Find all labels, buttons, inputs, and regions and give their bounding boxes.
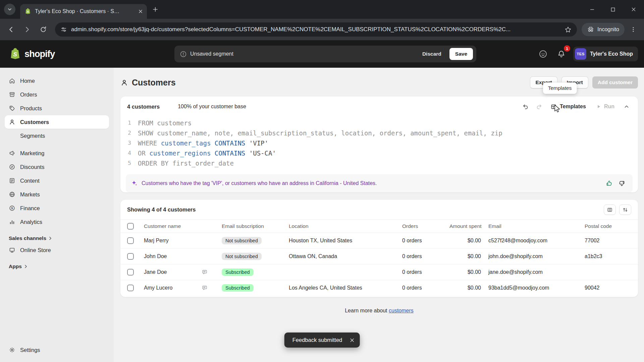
browser-menu-button[interactable] <box>627 23 640 36</box>
notifications-button[interactable]: 1 <box>555 48 567 60</box>
close-icon <box>350 338 354 343</box>
customer-amount-spent: $0.00 <box>447 233 486 249</box>
run-button[interactable]: Run <box>591 101 619 112</box>
row-checkbox[interactable] <box>127 237 134 244</box>
forward-button[interactable] <box>20 22 34 37</box>
sidebar-item-analytics[interactable]: Analytics <box>5 215 109 229</box>
row-checkbox[interactable] <box>127 253 134 260</box>
notification-count-badge: 1 <box>564 45 570 52</box>
sidebar-item-label: Home <box>20 78 35 84</box>
table-row[interactable]: Amy Lucero Subscribed Los Angeles CA, Un… <box>120 280 638 296</box>
window-minimize-button[interactable] <box>582 0 602 19</box>
customer-name: John Doe <box>144 253 167 259</box>
sidebar-item-discounts[interactable]: Discounts <box>5 160 109 174</box>
results-controls <box>604 204 631 215</box>
sidebar-item-online-store[interactable]: Online Store <box>5 243 109 257</box>
row-checkbox[interactable] <box>127 269 134 276</box>
thumbs-down-button[interactable] <box>616 178 627 189</box>
marketing-icon <box>9 150 15 157</box>
tab-close-button[interactable] <box>138 9 143 14</box>
save-button[interactable]: Save <box>449 48 473 60</box>
browser-tab[interactable]: S Tyler's Eco Shop · Customers · S… <box>20 4 147 19</box>
sidebar-item-customers[interactable]: Customers <box>5 115 109 129</box>
collapse-editor-button[interactable] <box>621 101 633 113</box>
column-header: Customer name <box>141 220 219 233</box>
assistant-button[interactable] <box>537 48 549 60</box>
window-close-button[interactable] <box>623 0 644 19</box>
markets-icon <box>9 191 15 198</box>
code-token: OR <box>138 148 149 158</box>
undo-button[interactable] <box>520 101 532 113</box>
sparkle-icon <box>131 180 138 187</box>
discounts-icon <box>9 164 15 170</box>
sidebar-item-orders[interactable]: Orders <box>5 88 109 101</box>
tab-search-button[interactable] <box>4 4 15 15</box>
maximize-icon <box>611 7 615 12</box>
column-header: Amount spent <box>447 220 486 233</box>
add-customer-button[interactable]: Add customer <box>592 76 638 88</box>
discard-button[interactable]: Discard <box>418 48 446 60</box>
sidebar-item-label: Customers <box>20 119 49 125</box>
edit-columns-button[interactable] <box>604 204 616 215</box>
close-icon <box>631 7 636 12</box>
line-number: 5 <box>120 158 131 168</box>
learn-more-text: Learn more about <box>345 308 387 313</box>
sales-channels-label: Sales channels <box>9 235 46 241</box>
sidebar-item-finance[interactable]: $ Finance <box>5 201 109 215</box>
query-editor[interactable]: 1FROM customers 2SHOW customer_name, not… <box>120 115 638 174</box>
bell-icon <box>557 50 566 58</box>
window-maximize-button[interactable] <box>602 0 623 19</box>
subscription-badge: Subscribed <box>222 268 254 276</box>
code-token: SHOW customer_name, note, email_subscrip… <box>138 128 502 138</box>
store-menu[interactable]: TES Tyler's Eco Shop <box>573 47 638 61</box>
address-bar[interactable]: admin.shopify.com/store/jy63jq-dc/custom… <box>55 22 577 37</box>
shopify-topbar: S shopify Unsaved segment Discard Save 1… <box>0 40 644 68</box>
customer-postal-code: 77002 <box>582 233 638 249</box>
customers-table: Customer name Email subscription Locatio… <box>120 220 638 296</box>
templates-button[interactable]: Templates <box>546 101 590 113</box>
sidebar-item-home[interactable]: Home <box>5 74 109 87</box>
code-line: 3WHERE customer_tags CONTAINS 'VIP' <box>120 138 638 148</box>
subscription-badge: Not subscribed <box>222 237 262 244</box>
thumbs-up-button[interactable] <box>604 178 614 189</box>
table-row[interactable]: John Doe Not subscribed Ottawa ON, Canad… <box>120 249 638 264</box>
customer-orders: 0 orders <box>399 280 447 296</box>
sidebar-item-settings[interactable]: Settings <box>5 343 109 357</box>
table-row[interactable]: Marj Perry Not subscribed Houston TX, Un… <box>120 233 638 249</box>
table-row[interactable]: Jane Doe Subscribed 0 orders $0.00 jane.… <box>120 264 638 280</box>
screen: S Tyler's Eco Shop · Customers · S… <box>0 0 644 362</box>
toast-message: Feedback submitted <box>292 337 342 343</box>
customer-email: c527f248@moodjoy.com <box>486 233 582 249</box>
toast-close-button[interactable] <box>350 338 354 343</box>
new-tab-button[interactable] <box>150 4 161 15</box>
apps-header[interactable]: Apps <box>9 263 105 269</box>
bookmark-button[interactable] <box>565 26 572 33</box>
plus-icon <box>153 7 158 12</box>
segment-insight-text: Customers who have the tag 'VIP', or cus… <box>142 180 377 186</box>
redo-button[interactable] <box>533 101 545 113</box>
store-icon <box>9 247 15 253</box>
sidebar-item-segments[interactable]: Segments <box>5 129 109 142</box>
close-icon <box>138 9 143 14</box>
sort-button[interactable] <box>619 204 631 215</box>
code-token: 'US-CA' <box>249 148 276 158</box>
svg-text:$: $ <box>11 206 13 210</box>
sidebar-item-marketing[interactable]: Marketing <box>5 146 109 160</box>
forward-icon <box>23 26 31 33</box>
sidebar-item-content[interactable]: Content <box>5 174 109 187</box>
undo-icon <box>522 103 529 110</box>
reload-button[interactable] <box>36 22 50 37</box>
customers-help-link[interactable]: customers <box>389 308 414 313</box>
select-all-checkbox[interactable] <box>127 223 134 230</box>
incognito-label: Incognito <box>597 26 619 33</box>
sidebar-item-products[interactable]: Products <box>5 102 109 115</box>
customer-amount-spent: $0.00 <box>447 249 486 264</box>
results-summary: Showing 4 of 4 customers <box>127 206 196 213</box>
column-header: Email <box>486 220 582 233</box>
sidebar-nav: Home Orders Products Customers Segments … <box>0 74 114 269</box>
redo-icon <box>536 103 542 110</box>
sales-channels-header[interactable]: Sales channels <box>9 235 105 241</box>
sidebar-item-markets[interactable]: Markets <box>5 188 109 201</box>
back-button[interactable] <box>4 22 18 37</box>
row-checkbox[interactable] <box>127 285 134 291</box>
